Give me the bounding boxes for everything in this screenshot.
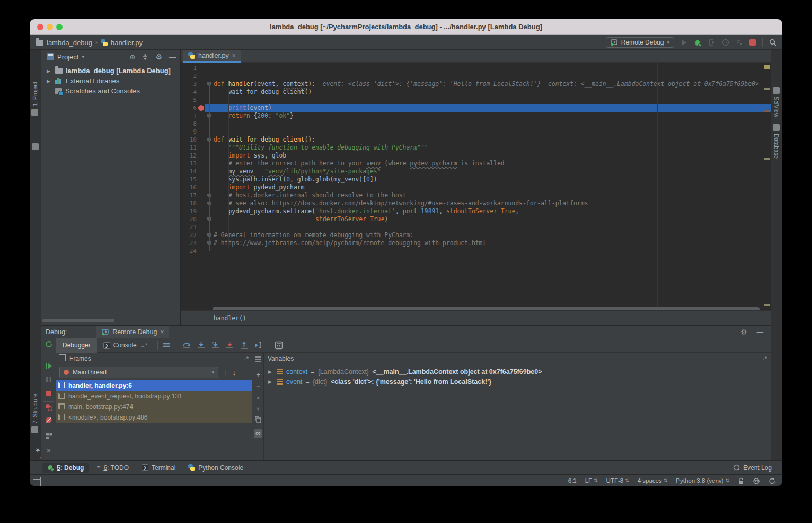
previous-frame-icon[interactable]: ↑ [224,369,227,377]
step-into-my-code-icon[interactable] [225,341,234,350]
line-number[interactable]: 5 [181,96,197,104]
line-number[interactable]: 23 [181,239,197,247]
line-number[interactable]: 14 [181,168,197,176]
stack-frame-row[interactable]: handle_event_request, bootstrap.py:131 [56,391,252,402]
close-icon[interactable]: × [160,328,164,336]
tool-window-button-database[interactable]: Database [773,124,780,159]
line-number[interactable]: 20 [181,215,197,223]
line-number[interactable]: 18 [181,199,197,207]
restore-layout-icon[interactable] [45,432,53,440]
tool-window-button-structure[interactable]: 7: Structure [31,394,38,433]
hide-icon[interactable]: — [169,53,176,61]
breakpoint-gutter[interactable] [197,80,205,88]
status-item[interactable]: UTF-8⇅ [606,477,629,484]
mute-breakpoints-icon[interactable] [45,416,53,424]
breakpoint-gutter[interactable] [197,191,205,199]
line-number[interactable]: 1 [181,64,197,72]
breakpoint-gutter[interactable] [197,176,205,184]
line-number[interactable]: 17 [181,191,197,199]
breakpoint-gutter[interactable] [197,231,205,239]
expand-arrow-icon[interactable]: ▶ [268,379,273,385]
breakpoint-gutter[interactable] [197,152,205,160]
status-item[interactable]: 4 spaces⇅ [638,477,668,484]
tool-window-button-project[interactable]: 1: Project [31,82,38,116]
horizontal-scrollbar[interactable] [42,319,114,322]
pin-icon[interactable]: →* [760,355,766,362]
error-stripe-mark[interactable] [764,65,770,69]
status-item[interactable]: LF⇅ [585,477,598,484]
tab-debugger[interactable]: Debugger [56,338,97,353]
gear-icon[interactable]: ⚙ [155,53,162,61]
tool-window-tab----debug[interactable]: 5: Debug [42,463,89,473]
variable-row[interactable]: ▶event = {dict} <class 'dict'>: {'messag… [264,377,771,387]
tool-window-tab-python-console[interactable]: Python Console [183,463,248,473]
line-number[interactable]: 15 [181,176,197,184]
more-icon[interactable]: » [45,447,53,455]
step-into-icon[interactable] [197,341,206,350]
run-icon[interactable] [681,39,687,46]
stack-frame-row[interactable]: <module>, bootstrap.py:486 [56,412,252,423]
breakpoint-icon[interactable] [198,105,204,111]
tool-window-icon[interactable] [32,143,39,150]
duplicate-icon[interactable] [254,415,262,424]
update-icon[interactable]: ? [769,477,776,484]
line-number[interactable]: 11 [181,144,197,152]
add-icon[interactable]: + [254,371,262,379]
code-area[interactable]: 123def handler(event, context): event: <… [181,63,771,307]
chevron-down-icon[interactable]: ▾ [82,54,84,59]
stack-frame-row[interactable]: handler, handler.py:6 [56,380,252,391]
line-number[interactable]: 19 [181,207,197,215]
breakpoint-gutter[interactable] [197,112,205,120]
evaluate-expression-icon[interactable] [275,341,283,350]
breakpoint-gutter[interactable] [197,64,205,72]
expand-arrow-icon[interactable]: ▶ [268,369,273,374]
tree-item[interactable]: ▶lambda_debug [Lambda Debug] [41,66,180,76]
breakpoint-gutter[interactable] [197,239,205,247]
project-panel-title[interactable]: Project [57,53,78,61]
run-configuration-select[interactable]: Remote Debug ▾ [606,37,674,48]
run-to-cursor-icon[interactable] [254,341,263,350]
breadcrumb-file[interactable]: handler.py [111,39,143,47]
search-icon[interactable] [769,39,777,47]
status-item[interactable]: 6:1 [568,477,577,484]
hide-icon[interactable]: — [757,328,764,336]
line-number[interactable]: 21 [181,223,197,231]
line-number[interactable]: 10 [181,136,197,144]
tool-window-button-sciview[interactable]: SciView [773,87,780,117]
close-icon[interactable]: × [232,52,236,59]
coverage-icon[interactable] [708,39,716,46]
gear-icon[interactable]: ⚙ [740,328,747,336]
stop-icon[interactable] [749,39,756,46]
debug-session-tab[interactable]: Remote Debug × [96,326,169,338]
breakpoint-gutter[interactable] [197,136,205,144]
pause-icon[interactable] [45,376,53,384]
line-number[interactable]: 3 [181,80,197,88]
breakpoint-gutter[interactable] [197,184,205,191]
breakpoint-gutter[interactable] [197,104,205,112]
variable-row[interactable]: ▶context = {LambdaContext} <__main__.Lam… [264,367,771,377]
breakpoint-gutter[interactable] [197,88,205,96]
locate-icon[interactable]: ⊕ [130,53,136,61]
step-over-icon[interactable] [182,341,191,350]
title-bar[interactable]: lambda_debug [~/PycharmProjects/lambda_d… [30,19,782,35]
tool-window-tab-terminal[interactable]: ❯Terminal [137,463,180,473]
expand-arrow-icon[interactable]: ▶ [47,79,52,84]
move-up-icon[interactable]: ▲ [254,393,262,402]
breakpoint-gutter[interactable] [197,199,205,207]
tool-window-tab----todo[interactable]: ≡6: TODO [92,463,134,473]
breakpoint-gutter[interactable] [197,168,205,176]
profiler-icon[interactable] [722,39,729,46]
event-log-button[interactable]: Event Log [733,464,772,472]
force-step-into-icon[interactable] [211,341,220,350]
debug-icon[interactable] [694,39,702,47]
collapse-all-icon[interactable] [142,54,148,60]
stop-icon[interactable] [45,389,53,398]
breakpoint-gutter[interactable] [197,215,205,223]
line-number[interactable]: 2 [181,72,197,80]
breakpoint-gutter[interactable] [197,144,205,152]
error-stripe-mark[interactable] [764,304,770,306]
tab-console[interactable]: ❯ Console →* [97,338,153,353]
line-number[interactable]: 7 [181,112,197,120]
error-stripe-mark[interactable] [764,88,770,90]
concurrency-icon[interactable] [736,39,743,46]
